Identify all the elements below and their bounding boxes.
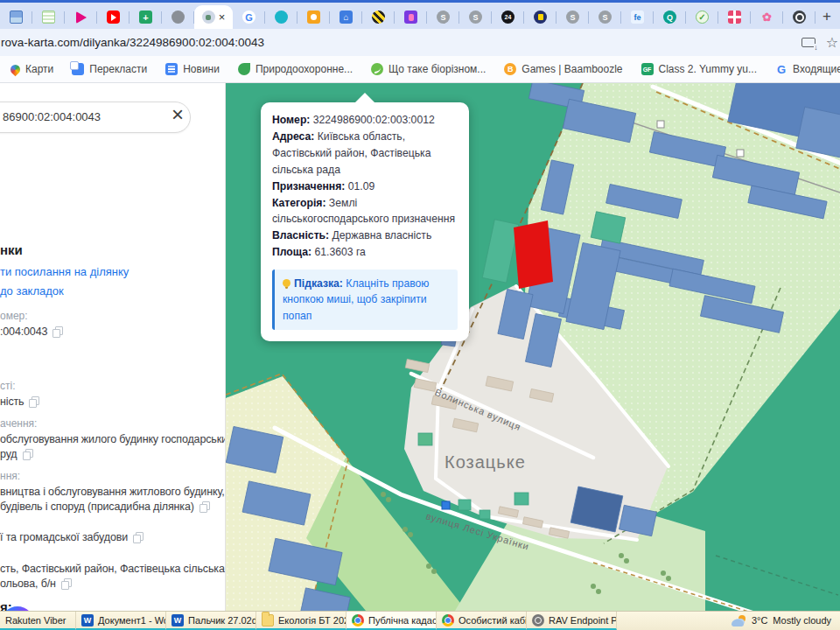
popup-field-label: Номер: <box>272 114 313 126</box>
copy-icon[interactable] <box>52 326 62 337</box>
browser-tab[interactable]: + <box>130 5 162 29</box>
browser-tab[interactable] <box>783 5 816 29</box>
sidebar-text: ність <box>0 396 24 408</box>
popup-field-row: Категорія: Землі сільськогосподарського … <box>272 195 458 228</box>
popup-field-label: Категорія: <box>272 197 329 209</box>
browser-tab[interactable] <box>718 5 751 29</box>
browser-tab[interactable]: fe <box>621 5 654 29</box>
bookmark-item[interactable]: Що таке біорізном... <box>371 63 486 75</box>
screen: +×G⌂SS24SSfeQ✓✿+ rova-karta.com/dilyanka… <box>0 0 840 630</box>
browser-tab[interactable] <box>265 5 298 29</box>
sidebar-value: руд <box>0 448 226 460</box>
copy-icon[interactable] <box>23 449 32 459</box>
bookmark-item[interactable]: Карти <box>10 63 53 75</box>
popup-field-row: Адреса: Київська область, Фастівський ра… <box>272 129 458 178</box>
gray-favicon-icon <box>172 10 185 24</box>
sidebar-bold: я: <box>0 599 226 611</box>
browser-tab[interactable] <box>162 5 194 29</box>
taskbar-button[interactable]: Публічна кадастр... <box>346 612 437 630</box>
sidebar-text[interactable]: до закладок <box>0 284 64 298</box>
browser-tab[interactable]: 24 <box>492 5 524 29</box>
bookmark-item[interactable]: Перекласти <box>72 63 147 75</box>
bookmark-star-icon[interactable]: ☆ <box>826 36 838 50</box>
browser-tab[interactable]: S <box>459 5 492 29</box>
browser-tab[interactable]: S <box>589 5 621 29</box>
browser-tab[interactable]: ✓ <box>686 5 718 29</box>
bookmark-item[interactable]: BGames | Baamboozle <box>504 63 622 75</box>
taskbar-button-label: Документ1 - Word <box>98 615 166 626</box>
sidebar-text: ольова, б/н <box>0 578 56 590</box>
copy-icon[interactable] <box>200 501 209 512</box>
search-input[interactable]: 86900:02:004:0043 <box>0 102 191 133</box>
browser-tab[interactable]: Q <box>654 5 686 29</box>
browser-tab[interactable] <box>97 5 130 29</box>
copy-icon[interactable] <box>133 532 143 542</box>
browser-tab[interactable]: ✿ <box>751 5 783 29</box>
house-favicon-icon: ⌂ <box>340 10 353 24</box>
copy-icon[interactable] <box>61 578 71 589</box>
taskbar-button-label: Публічна кадастр... <box>368 615 437 626</box>
browser-tab-active[interactable]: × <box>194 5 233 29</box>
browser-tab[interactable] <box>395 5 427 29</box>
send-to-device-icon[interactable] <box>802 38 816 47</box>
browser-tab[interactable]: ⌂ <box>330 5 362 29</box>
bookmark-label: Перекласти <box>89 63 147 75</box>
taskbar-button-label: Rakuten Viber <box>5 615 66 626</box>
taskbar-button[interactable]: Rakuten Viber <box>0 612 76 630</box>
sidebar-text: сть, Фастівський район, Фастівецька сіль… <box>0 563 225 575</box>
browser-tab[interactable] <box>524 5 556 29</box>
popup-field-row: Власність: Державна власність <box>272 228 458 244</box>
close-icon[interactable]: × <box>172 104 184 125</box>
s-favicon-icon: S <box>437 10 450 24</box>
sidebar-text: сті: <box>0 380 16 392</box>
sidebar-text: ї та громадської забудови <box>0 531 128 543</box>
taskbar-button[interactable]: RAV Endpoint Prote... <box>527 612 617 630</box>
parcel-sidebar: 86900:02:004:0043 × нкити посилання на д… <box>0 83 226 611</box>
pin-icon <box>9 62 23 76</box>
taskbar-button[interactable]: Екологія БТ 2020 <box>256 612 346 630</box>
new-tab-button[interactable]: + <box>816 5 838 28</box>
sidebar-text[interactable]: ти посилання на ділянку <box>0 265 129 278</box>
sidebar-link[interactable]: ти посилання на ділянку <box>0 265 226 278</box>
chrome-icon <box>442 614 454 626</box>
bookmark-item[interactable]: Природоохоронне... <box>238 63 353 75</box>
sidebar-text: будівель і споруд (присадибна ділянка) <box>0 500 194 513</box>
bookmark-item[interactable]: GFClass 2. Yummy yu... <box>641 63 757 75</box>
sidebar-value: :004:0043 <box>0 326 226 338</box>
sidebar-heading: нки <box>0 242 226 257</box>
fe-favicon-icon: fe <box>631 10 644 24</box>
word-icon: W <box>172 614 184 626</box>
taskbar-button[interactable]: Особистий кабіне... <box>437 612 527 630</box>
url-bar[interactable]: rova-karta.com/dilyanka/3224986900:02:00… <box>1 36 264 49</box>
browser-tab[interactable] <box>0 5 32 29</box>
browser-tab[interactable]: S <box>556 5 589 29</box>
browser-tab[interactable]: G <box>233 5 265 29</box>
sidebar-value: вництва і обслуговування житлового будин… <box>0 486 226 498</box>
taskbar-button[interactable]: WДокумент1 - Word <box>76 612 166 630</box>
doc-favicon-icon <box>42 10 55 24</box>
copy-icon[interactable] <box>29 396 38 407</box>
news-icon <box>165 63 178 75</box>
selected-parcel[interactable] <box>514 220 553 289</box>
browser-tab[interactable] <box>32 5 65 29</box>
browser-tab[interactable] <box>362 5 395 29</box>
sidebar-text: обслуговування жилого будинку господарсь… <box>0 433 226 445</box>
browser-tab[interactable] <box>65 5 97 29</box>
browser-tab[interactable]: S <box>427 5 459 29</box>
crest-favicon-icon <box>534 10 547 24</box>
partly-cloudy-icon <box>732 615 746 626</box>
bookmark-label: Новини <box>183 63 220 75</box>
map-marker[interactable] <box>442 501 450 509</box>
sidebar-link[interactable]: до закладок <box>0 284 226 298</box>
bookmark-item[interactable]: GВходящие (659) - Iv... <box>775 63 840 75</box>
tab-strip: +×G⌂SS24SSfeQ✓✿+ <box>0 3 840 29</box>
tab-close-icon[interactable]: × <box>219 11 226 23</box>
browser-tab[interactable] <box>298 5 330 29</box>
taskbar-button[interactable]: WПальчик 27.02doc... <box>166 612 256 630</box>
popup-field-row: Площа: 61.3603 га <box>272 244 458 261</box>
cadastral-map[interactable]: Волинська вулиця вулиця Лесі Українки Ко… <box>226 83 840 611</box>
bookmark-item[interactable]: Новини <box>165 63 220 75</box>
weather-widget[interactable]: 3°C Mostly cloudy <box>726 611 840 630</box>
b-icon: B <box>504 63 516 75</box>
popup-field-value: 01.09 <box>348 180 375 192</box>
